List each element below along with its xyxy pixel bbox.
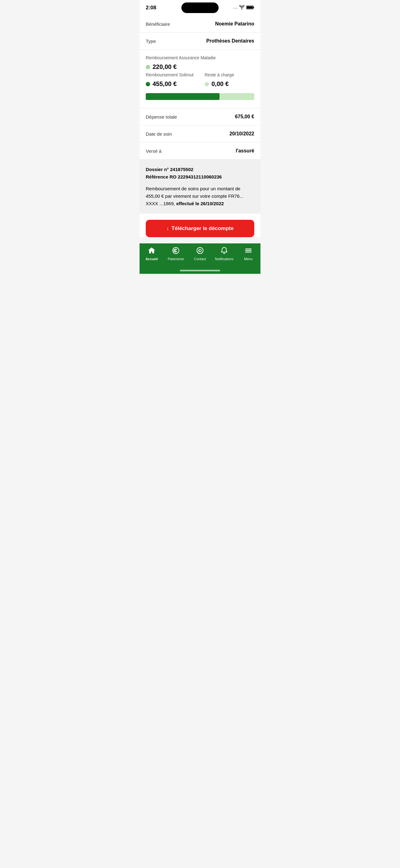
solimut-label: Remboursement Solimut <box>146 72 195 77</box>
tab-notifications-label: Notifications <box>215 257 233 261</box>
menu-icon <box>244 247 253 256</box>
date-row: Date de soin 20/10/2022 <box>139 125 261 143</box>
type-value: Prothèses Dentaires <box>206 38 254 44</box>
tab-menu-label: Menu <box>244 257 253 261</box>
progress-bar-container <box>146 93 254 100</box>
wifi-icon <box>239 5 245 10</box>
assurance-amount-row: 220,00 € <box>146 63 254 70</box>
info-description: Remboursement de soins pour un montant d… <box>146 185 254 207</box>
download-button[interactable]: ↓ Télécharger le décompte <box>146 220 254 237</box>
svg-rect-2 <box>253 7 254 8</box>
status-bar: 2:08 ···· <box>139 0 261 16</box>
svg-rect-1 <box>247 6 253 8</box>
svg-point-4 <box>197 247 203 254</box>
two-col-amounts: Remboursement Solimut 455,00 € Reste à c… <box>146 72 254 89</box>
solimut-amount-row: 455,00 € <box>146 81 195 88</box>
download-label: Télécharger le décompte <box>171 225 233 231</box>
status-time: 2:08 <box>146 5 156 11</box>
date-label: Date de soin <box>146 131 172 136</box>
contact-icon <box>196 247 204 256</box>
verse-value: l'assuré <box>236 148 254 154</box>
tab-accueil[interactable]: Accueil <box>139 247 164 261</box>
tab-accueil-label: Accueil <box>145 257 158 261</box>
signal-icon: ···· <box>233 6 237 10</box>
assurance-label: Remboursement Assurance Maladie <box>146 55 254 60</box>
reimbursement-section: Remboursement Assurance Maladie 220,00 €… <box>139 50 261 108</box>
status-icons: ···· <box>233 5 254 10</box>
reste-amount: 0,00 € <box>211 81 229 88</box>
euro-icon <box>172 247 180 256</box>
verse-row: Versé à l'assuré <box>139 143 261 160</box>
home-icon <box>147 247 156 256</box>
beneficiaire-row: Bénéficiaire Noemie Patarino <box>139 16 261 33</box>
reste-dot <box>205 82 209 86</box>
bell-icon <box>220 247 228 256</box>
depense-value: 675,00 € <box>235 114 254 120</box>
solimut-amount: 455,00 € <box>153 81 177 88</box>
home-indicator <box>139 270 261 274</box>
tab-bar: Accueil Paiements Contact Notifi <box>139 243 261 270</box>
beneficiaire-value: Noemie Patarino <box>215 21 254 27</box>
progress-bar-fill <box>146 93 220 100</box>
notch <box>181 2 219 13</box>
beneficiaire-label: Bénéficiaire <box>146 22 170 27</box>
depense-row: Dépense totale 675,00 € <box>139 108 261 125</box>
assurance-dot <box>146 65 150 69</box>
type-label: Type <box>146 38 156 44</box>
home-bar <box>180 270 220 271</box>
info-section: Dossier n° 241875502 Référence RO 222943… <box>139 160 261 214</box>
description-bold: effectué le 26/10/2022 <box>176 201 224 206</box>
reste-label: Reste à charge <box>205 72 254 77</box>
tab-contact-label: Contact <box>194 257 206 261</box>
verse-label: Versé à <box>146 148 162 154</box>
type-row: Type Prothèses Dentaires <box>139 33 261 50</box>
reste-col: Reste à charge 0,00 € <box>205 72 254 89</box>
tab-paiements[interactable]: Paiements <box>164 247 188 261</box>
svg-point-5 <box>199 250 199 251</box>
solimut-dot <box>146 82 150 86</box>
svg-point-3 <box>173 247 179 254</box>
battery-icon <box>246 5 254 10</box>
tab-notifications[interactable]: Notifications <box>212 247 236 261</box>
main-content: Bénéficiaire Noemie Patarino Type Prothè… <box>139 16 261 237</box>
dossier-info: Dossier n° 241875502 Référence RO 222943… <box>146 166 254 181</box>
reste-amount-row: 0,00 € <box>205 81 254 88</box>
download-icon: ↓ <box>167 225 169 231</box>
depense-label: Dépense totale <box>146 114 177 120</box>
date-value: 20/10/2022 <box>229 131 254 136</box>
tab-menu[interactable]: Menu <box>236 247 261 261</box>
solimut-col: Remboursement Solimut 455,00 € <box>146 72 195 89</box>
tab-contact[interactable]: Contact <box>188 247 212 261</box>
tab-paiements-label: Paiements <box>168 257 184 261</box>
assurance-amount: 220,00 € <box>153 63 177 70</box>
